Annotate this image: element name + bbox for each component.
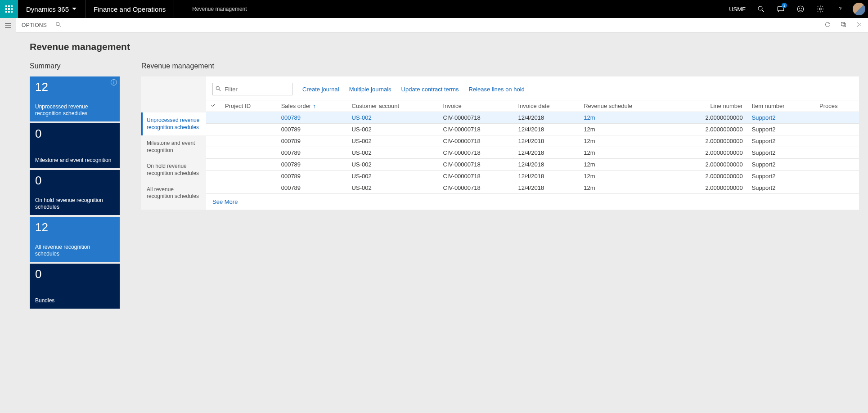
legal-entity[interactable]: USMF [724, 0, 751, 18]
toolbar-command[interactable]: Release lines on hold [468, 86, 524, 93]
column-header[interactable]: Line number [672, 100, 747, 112]
tabbed-list-item[interactable]: Milestone and event recognition [141, 135, 206, 158]
summary-tile[interactable]: i12Unprocessed revenue recognition sched… [30, 76, 120, 121]
svg-rect-1 [8, 5, 10, 7]
row-selector[interactable] [206, 171, 220, 182]
tile-count: 0 [35, 128, 114, 139]
column-header[interactable]: Item number [747, 100, 815, 112]
sort-asc-icon: ↑ [313, 103, 316, 109]
cell: Support2 [747, 171, 815, 182]
refresh-button[interactable] [824, 21, 831, 29]
row-selector[interactable] [206, 182, 220, 194]
help-button[interactable] [830, 0, 850, 18]
cell: US-002 [347, 159, 439, 171]
row-selector[interactable] [206, 135, 220, 147]
avatar-image [853, 3, 865, 15]
product-switcher[interactable]: Dynamics 365 [18, 0, 85, 18]
cell [220, 112, 277, 124]
cell [220, 135, 277, 147]
select-all-header[interactable] [206, 100, 220, 112]
table-row[interactable]: 000789US-002CIV-0000071812/4/201812m2.00… [206, 159, 859, 171]
summary-tile[interactable]: 0Bundles [30, 264, 120, 309]
help-icon [836, 5, 844, 13]
cell [220, 159, 277, 171]
messages-button[interactable]: 1 [771, 0, 791, 18]
popout-button[interactable] [840, 21, 847, 29]
cell: US-002 [347, 135, 439, 147]
cell [220, 124, 277, 135]
tabbed-list-item[interactable]: On hold revenue recognition schedules [141, 158, 206, 181]
row-selector[interactable] [206, 124, 220, 135]
svg-rect-7 [8, 11, 10, 13]
column-header[interactable]: Invoice [439, 100, 514, 112]
cell: CIV-00000718 [439, 147, 514, 159]
tile-list: i12Unprocessed revenue recognition sched… [30, 76, 120, 309]
cell: 2.0000000000 [672, 112, 747, 124]
tile-label: On hold revenue recognition schedules [35, 197, 114, 211]
tile-count: 0 [35, 268, 114, 280]
nav-rail [0, 18, 16, 413]
column-header[interactable]: Invoice date [513, 100, 579, 112]
summary-tile[interactable]: 0On hold revenue recognition schedules [30, 170, 120, 215]
table-row[interactable]: 000789US-002CIV-0000071812/4/201812m2.00… [206, 171, 859, 182]
section-heading: Revenue management [141, 62, 859, 70]
settings-button[interactable] [810, 0, 830, 18]
column-header[interactable]: Proces [815, 100, 859, 112]
summary-tile[interactable]: 0Milestone and event recognition [30, 123, 120, 168]
search-button[interactable] [751, 0, 771, 18]
data-grid: Project IDSales order↑Customer accountIn… [206, 100, 859, 194]
action-pane: OPTIONS [16, 18, 868, 32]
table-row[interactable]: 000789US-002CIV-0000071812/4/201812m2.00… [206, 147, 859, 159]
row-selector[interactable] [206, 159, 220, 171]
app-launcher-button[interactable] [0, 0, 18, 18]
column-header[interactable]: Customer account [347, 100, 439, 112]
table-row[interactable]: 000789US-002CIV-0000071812/4/201812m2.00… [206, 135, 859, 147]
table-row[interactable]: 000789US-002CIV-0000071812/4/201812m2.00… [206, 182, 859, 194]
tile-count: 0 [35, 175, 114, 186]
feedback-button[interactable] [791, 0, 810, 18]
options-tab[interactable]: OPTIONS [22, 22, 47, 28]
cell: 2.0000000000 [672, 147, 747, 159]
module-name[interactable]: Finance and Operations [85, 0, 174, 18]
toolbar-command[interactable]: Create journal [302, 86, 339, 93]
cell: 12/4/2018 [513, 171, 579, 182]
grid-header-row: Project IDSales order↑Customer accountIn… [206, 100, 859, 112]
summary-tile[interactable]: 12All revenue recognition schedules [30, 217, 120, 262]
column-header[interactable]: Revenue schedule [579, 100, 672, 112]
cell [220, 147, 277, 159]
svg-rect-22 [841, 22, 845, 26]
column-header[interactable]: Project ID [220, 100, 277, 112]
smile-icon [796, 5, 805, 13]
action-search-button[interactable] [55, 21, 62, 29]
column-header[interactable]: Sales order↑ [277, 100, 347, 112]
cell: 000789 [277, 171, 347, 182]
filter-box [212, 83, 292, 95]
list-section: Revenue management Unprocessed revenue r… [141, 62, 859, 210]
tabbed-list-item[interactable]: Unprocessed revenue recognition schedule… [141, 112, 206, 135]
check-icon [211, 103, 216, 108]
svg-point-9 [758, 6, 762, 10]
search-icon [215, 85, 221, 92]
cell [815, 171, 859, 182]
cell: 2.0000000000 [672, 159, 747, 171]
user-avatar[interactable] [850, 0, 868, 18]
svg-point-14 [801, 8, 802, 9]
row-selector[interactable] [206, 112, 220, 124]
toolbar-command[interactable]: Update contract terms [401, 86, 459, 93]
filter-input[interactable] [212, 83, 292, 95]
cell: Support2 [747, 159, 815, 171]
table-row[interactable]: 000789US-002CIV-0000071812/4/201812m2.00… [206, 124, 859, 135]
nav-toggle-button[interactable] [4, 22, 12, 413]
cell: Support2 [747, 124, 815, 135]
see-more-link[interactable]: See More [206, 194, 859, 210]
search-icon [757, 5, 765, 13]
table-row[interactable]: 000789US-002CIV-0000071812/4/201812m2.00… [206, 112, 859, 124]
toolbar-command[interactable]: Multiple journals [349, 86, 391, 93]
tabbed-list-item[interactable]: All revenue recognition schedules [141, 182, 206, 205]
close-button[interactable] [856, 21, 863, 29]
cell: 000789 [277, 182, 347, 194]
svg-point-12 [797, 6, 804, 12]
cell [815, 124, 859, 135]
cell: 12/4/2018 [513, 112, 579, 124]
row-selector[interactable] [206, 147, 220, 159]
